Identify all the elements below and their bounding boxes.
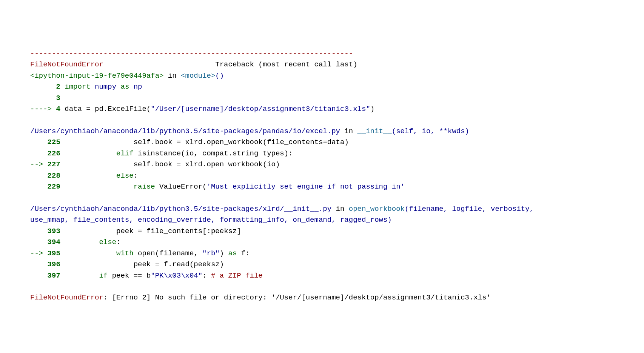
frame3-path: /Users/cynthiaoh/anaconda/lib/python3.5/…	[30, 205, 331, 213]
lineno: 3	[30, 94, 60, 102]
lineno: 395	[48, 249, 60, 258]
frame3-function: open_workbook	[349, 205, 405, 213]
frame2-function: __init__	[357, 127, 392, 135]
lineno: 229	[30, 183, 60, 191]
lineno: 225	[30, 138, 60, 146]
final-error-name: FileNotFoundError	[30, 293, 103, 302]
traceback-header: Traceback (most recent call last)	[215, 60, 357, 69]
lineno: 394	[30, 238, 60, 246]
error-name: FileNotFoundError	[30, 60, 103, 69]
traceback-output: ----------------------------------------…	[30, 48, 551, 304]
arrow-indicator: ---->	[30, 105, 56, 113]
frame2-path: /Users/cynthiaoh/anaconda/lib/python3.5/…	[30, 127, 340, 135]
arrow-indicator: -->	[30, 160, 48, 169]
lineno: 227	[48, 160, 60, 169]
lineno: 226	[30, 149, 60, 158]
frame1-location: <ipython-input-19-fe79e0449afa>	[30, 72, 163, 80]
lineno: 396	[30, 260, 60, 269]
lineno: 393	[30, 227, 60, 235]
horizontal-rule: ----------------------------------------…	[30, 49, 353, 58]
lineno: 4	[56, 105, 60, 113]
arrow-indicator: -->	[30, 249, 48, 258]
lineno: 228	[30, 172, 60, 180]
final-error-message: : [Errno 2] No such file or directory: '…	[103, 293, 491, 302]
lineno: 397	[30, 272, 60, 280]
lineno: 2	[30, 83, 60, 91]
frame1-function: <module>	[181, 72, 215, 80]
